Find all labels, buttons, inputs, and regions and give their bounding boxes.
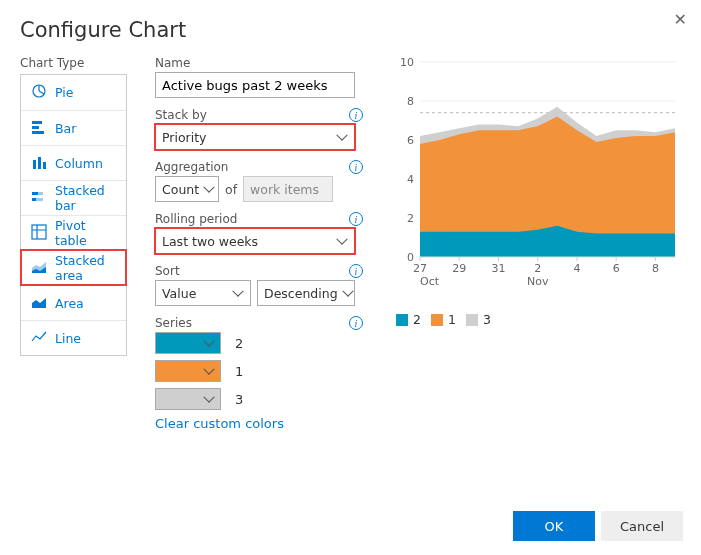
legend-item: 2 [396, 312, 421, 327]
info-icon[interactable]: i [349, 212, 363, 226]
svg-rect-3 [32, 131, 44, 134]
color-swatch[interactable] [155, 332, 221, 354]
svg-text:10: 10 [400, 56, 414, 69]
rolling-select[interactable]: Last two weeks [155, 228, 355, 254]
chevron-down-icon [205, 340, 215, 346]
cancel-button[interactable]: Cancel [601, 511, 683, 541]
chart-legend: 213 [396, 312, 681, 327]
color-swatch[interactable] [155, 360, 221, 382]
aggregation-label: Aggregation [155, 160, 228, 174]
series-label: 1 [235, 364, 243, 379]
name-input[interactable] [155, 72, 355, 98]
info-icon[interactable]: i [349, 108, 363, 122]
legend-label: 2 [413, 312, 421, 327]
series-label: 2 [235, 336, 243, 351]
chart-type-label: Column [55, 156, 103, 171]
chart-type-label: Line [55, 331, 81, 346]
chart-type-area[interactable]: Area [21, 285, 126, 320]
chart-type-label: Stacked bar [55, 183, 120, 213]
chart-type-label: Pivot table [55, 218, 120, 248]
svg-rect-4 [33, 160, 36, 169]
chart-type-column[interactable]: Column [21, 145, 126, 180]
rolling-value: Last two weeks [162, 234, 258, 249]
svg-rect-2 [32, 126, 39, 129]
line-icon [31, 329, 47, 348]
color-swatch[interactable] [155, 388, 221, 410]
sort-field-value: Value [162, 286, 196, 301]
svg-text:6: 6 [407, 134, 414, 147]
svg-text:31: 31 [491, 262, 505, 275]
name-label: Name [155, 56, 190, 70]
sort-field-select[interactable]: Value [155, 280, 251, 306]
series-row: 1 [155, 360, 364, 382]
dialog-title: Configure Chart [20, 18, 701, 42]
sort-dir-value: Descending [264, 286, 338, 301]
aggregation-select[interactable]: Count [155, 176, 219, 202]
svg-rect-7 [32, 192, 38, 195]
svg-rect-6 [43, 162, 46, 169]
chevron-down-icon [338, 238, 348, 244]
info-icon[interactable]: i [349, 316, 363, 330]
svg-text:2: 2 [407, 212, 414, 225]
chevron-down-icon [234, 290, 244, 296]
chart-type-stacked-area[interactable]: Stacked area [21, 250, 126, 285]
series-row: 2 [155, 332, 364, 354]
stackby-value: Priority [162, 130, 207, 145]
svg-text:6: 6 [613, 262, 620, 275]
close-icon[interactable]: ✕ [674, 12, 687, 28]
svg-text:Oct: Oct [420, 275, 440, 288]
legend-item: 3 [466, 312, 491, 327]
chart-type-bar[interactable]: Bar [21, 110, 126, 145]
stacked-area-icon [31, 259, 47, 278]
svg-text:4: 4 [407, 173, 414, 186]
svg-text:29: 29 [452, 262, 466, 275]
rolling-label: Rolling period [155, 212, 237, 226]
ok-button[interactable]: OK [513, 511, 595, 541]
svg-text:8: 8 [407, 95, 414, 108]
sort-dir-select[interactable]: Descending [257, 280, 355, 306]
bar-icon [31, 119, 47, 138]
stackby-label: Stack by [155, 108, 207, 122]
legend-swatch [396, 314, 408, 326]
series-row: 3 [155, 388, 364, 410]
chart-preview: 02468102729312468OctNov [396, 56, 681, 291]
sort-label: Sort [155, 264, 180, 278]
chart-type-line[interactable]: Line [21, 320, 126, 355]
svg-text:2: 2 [534, 262, 541, 275]
chart-type-pivot-table[interactable]: Pivot table [21, 215, 126, 250]
svg-text:27: 27 [413, 262, 427, 275]
legend-item: 1 [431, 312, 456, 327]
chart-type-stacked-bar[interactable]: Stacked bar [21, 180, 126, 215]
svg-text:8: 8 [652, 262, 659, 275]
svg-text:Nov: Nov [527, 275, 549, 288]
chevron-down-icon [344, 290, 352, 296]
series-label: 3 [235, 392, 243, 407]
svg-text:4: 4 [573, 262, 580, 275]
chart-type-label: Chart Type [20, 56, 127, 70]
area-icon [31, 294, 47, 313]
clear-custom-colors-link[interactable]: Clear custom colors [155, 416, 284, 431]
info-icon[interactable]: i [349, 264, 363, 278]
pie-icon [31, 83, 47, 102]
chevron-down-icon [205, 396, 215, 402]
info-icon[interactable]: i [349, 160, 363, 174]
svg-rect-9 [32, 198, 36, 201]
svg-rect-10 [36, 198, 43, 201]
aggregation-subject: work items [243, 176, 333, 202]
pivot-table-icon [31, 224, 47, 243]
chart-type-label: Area [55, 296, 84, 311]
chevron-down-icon [338, 134, 348, 140]
svg-rect-5 [38, 157, 41, 169]
chevron-down-icon [205, 186, 213, 192]
legend-swatch [466, 314, 478, 326]
aggregation-value: Count [162, 182, 199, 197]
legend-label: 3 [483, 312, 491, 327]
svg-rect-11 [32, 225, 46, 239]
aggregation-joiner: of [225, 182, 237, 197]
legend-swatch [431, 314, 443, 326]
legend-label: 1 [448, 312, 456, 327]
chart-type-pie[interactable]: Pie [21, 75, 126, 110]
stacked-bar-icon [31, 189, 47, 208]
stackby-select[interactable]: Priority [155, 124, 355, 150]
series-label: Series [155, 316, 192, 330]
